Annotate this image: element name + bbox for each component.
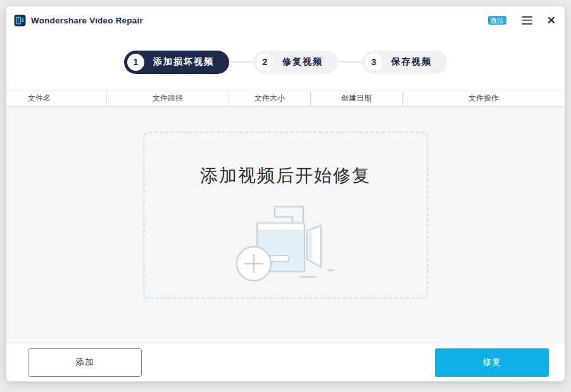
step-add-videos[interactable]: 1 添加损坏视频 [124,51,229,74]
step-connector [338,61,362,63]
footer-bar: 添加 修复 [6,343,565,381]
app-window: Wondershare Video Repair 激活 ✕ 1 添加损坏视频 2… [6,6,565,381]
video-camera-icon [236,204,335,286]
step-number: 3 [365,54,382,71]
add-button[interactable]: 添加 [28,348,142,377]
titlebar: Wondershare Video Repair 激活 ✕ [6,6,565,34]
step-indicator: 1 添加损坏视频 2 修复视频 3 保存视频 [6,34,565,90]
hamburger-menu-icon[interactable] [522,15,533,26]
close-icon[interactable]: ✕ [547,15,556,26]
column-header-filepath[interactable]: 文件路径 [107,90,229,106]
step-label: 修复视频 [282,56,323,68]
step-save-videos[interactable]: 3 保存视频 [362,51,447,74]
app-title: Wondershare Video Repair [31,16,143,25]
dropzone-hint-text: 添加视频后开始修复 [200,164,371,188]
step-connector [229,61,253,63]
column-header-createdate[interactable]: 创建日期 [311,90,403,106]
column-header-filesize[interactable]: 文件大小 [229,90,311,106]
column-header-fileoperation[interactable]: 文件操作 [403,90,565,106]
add-video-dropzone[interactable]: 添加视频后开始修复 [143,132,429,299]
content-area: 添加视频后开始修复 [6,107,565,343]
activate-badge[interactable]: 激活 [488,16,506,25]
step-number: 1 [127,54,144,71]
repair-button[interactable]: 修复 [435,348,549,377]
step-number: 2 [256,54,273,71]
app-logo-icon [14,15,26,27]
step-repair-videos[interactable]: 2 修复视频 [253,51,338,74]
step-label: 保存视频 [391,56,432,68]
column-header-filename[interactable]: 文件名 [6,90,107,106]
file-table-header: 文件名 文件路径 文件大小 创建日期 文件操作 [6,90,565,107]
step-label: 添加损坏视频 [153,56,214,68]
